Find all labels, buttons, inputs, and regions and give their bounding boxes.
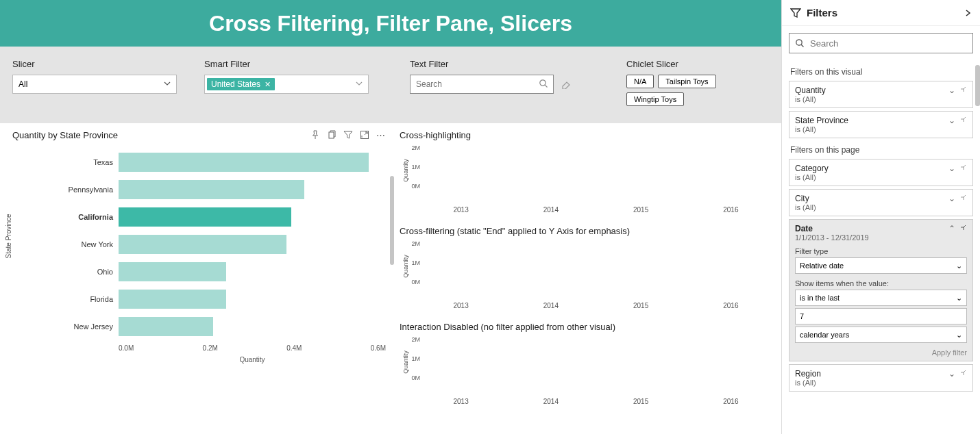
bar[interactable] [119, 317, 213, 336]
category-label: Florida [12, 295, 119, 303]
smart-filter-label: Smart Filter [204, 59, 369, 69]
bar[interactable] [119, 290, 226, 309]
filter-card-region[interactable]: Region is (All) ⌄ [789, 364, 973, 392]
filter-card-quantity[interactable]: Quantity is (All) ⌄ [789, 81, 973, 108]
category-label: Texas [12, 158, 119, 166]
filters-pane: Filters Filters on this visual Quantity … [781, 0, 980, 434]
bar[interactable] [119, 153, 369, 172]
remove-chip-icon[interactable]: ✕ [265, 80, 271, 89]
text-filter-input[interactable] [410, 75, 554, 94]
chart-title: Cross-filtering (static "End" applied to… [400, 226, 769, 236]
eraser-icon[interactable] [561, 79, 572, 89]
report-title: Cross Filtering, Filter Pane, Slicers [209, 11, 572, 36]
category-label: Pennsylvania [12, 186, 119, 194]
filter-card-state-province[interactable]: State Province is (All) ⌄ [789, 111, 973, 138]
slicer-dropdown[interactable]: All [12, 75, 177, 94]
tick-label: 2015 [603, 206, 679, 214]
filter-card-date[interactable]: Date 1/1/2013 - 12/31/2019 ⌃ Filter type… [789, 219, 973, 361]
tick-label: 2015 [603, 302, 679, 309]
main-chart-visual[interactable]: Quantity by State Province ⋯ State Provi… [12, 130, 386, 434]
cross-filtering-visual[interactable]: Cross-filtering (static "End" applied to… [400, 226, 769, 309]
filter-card-city[interactable]: City is (All) ⌄ [789, 189, 973, 216]
section-filters-on-visual: Filters on this visual [790, 67, 972, 77]
svg-point-4 [796, 40, 802, 45]
tick-label: 0.4M [286, 344, 302, 352]
svg-rect-2 [329, 132, 334, 138]
cross-highlighting-visual[interactable]: Cross-highlighting Quantity2M1M0M2013201… [400, 130, 769, 214]
clear-filter-icon[interactable] [959, 369, 967, 379]
main-chart-title: Quantity by State Province [12, 130, 118, 140]
tick-label: 2013 [423, 206, 499, 214]
unit-select[interactable]: calendar years⌄ [795, 327, 967, 343]
filter-pane-icon [790, 8, 801, 18]
chevron-up-icon[interactable]: ⌃ [948, 224, 955, 233]
smart-filter-chip[interactable]: United States ✕ [207, 78, 275, 90]
y-axis-title: Quantity [402, 350, 409, 374]
x-axis-title: Quantity [119, 356, 386, 363]
bar[interactable] [119, 207, 291, 227]
filter-card-category[interactable]: Category is (All) ⌄ [789, 159, 973, 186]
filters-pane-title: Filters [807, 7, 958, 18]
interaction-disabled-visual[interactable]: Interaction Disabled (no filter applied … [400, 322, 769, 405]
slicer-label: Slicer [12, 59, 177, 69]
pane-scrollbar[interactable] [975, 65, 980, 106]
chevron-down-icon[interactable]: ⌄ [948, 369, 955, 379]
clear-filter-icon[interactable] [959, 224, 967, 233]
filters-search[interactable] [789, 33, 973, 53]
slicer-value: All [19, 79, 27, 89]
category-label: New York [12, 240, 119, 248]
chevron-down-icon: ⌄ [956, 261, 962, 270]
tick-label: 0.6M [371, 344, 386, 352]
report-header: Cross Filtering, Filter Pane, Slicers [0, 0, 781, 47]
chart-title: Cross-highlighting [400, 130, 769, 140]
search-icon[interactable] [539, 79, 548, 88]
tick-label: 2013 [423, 398, 499, 405]
focus-icon[interactable] [360, 130, 369, 140]
more-icon[interactable]: ⋯ [376, 130, 386, 140]
pin-icon[interactable] [310, 130, 320, 140]
condition-number-input[interactable] [795, 308, 967, 324]
category-label: California [12, 213, 119, 221]
tick-label: 2013 [423, 302, 499, 309]
chiclet-n-a[interactable]: N/A [626, 75, 654, 88]
chiclet-slicer-label: Chiclet Slicer [626, 59, 770, 69]
chart-scrollbar[interactable] [390, 176, 394, 265]
y-axis-title: Quantity [402, 255, 409, 278]
chevron-down-icon[interactable]: ⌄ [948, 194, 955, 203]
filters-search-input[interactable] [810, 38, 967, 49]
tick-label: 2016 [693, 206, 769, 214]
tick-label: 0.0M [119, 344, 134, 352]
svg-line-1 [545, 85, 547, 87]
condition-select[interactable]: is in the last⌄ [795, 290, 967, 306]
chevron-down-icon[interactable]: ⌄ [948, 86, 955, 95]
clear-filter-icon[interactable] [959, 116, 967, 125]
filter-type-select[interactable]: Relative date⌄ [795, 257, 967, 274]
bar[interactable] [119, 180, 304, 199]
chiclet-wingtip-toys[interactable]: Wingtip Toys [626, 92, 684, 106]
category-label: Ohio [12, 268, 119, 276]
chiclet-tailspin-toys[interactable]: Tailspin Toys [658, 75, 715, 88]
bar[interactable] [119, 262, 226, 281]
filter-icon[interactable] [343, 130, 353, 140]
chart-title: Interaction Disabled (no filter applied … [400, 322, 769, 332]
tick-label: 2016 [693, 398, 769, 405]
chevron-down-icon[interactable]: ⌄ [948, 116, 955, 125]
chevron-down-icon[interactable]: ⌄ [948, 164, 955, 173]
tick-label: 2014 [513, 206, 589, 214]
collapse-pane-icon[interactable] [964, 9, 972, 17]
tick-label: 2015 [603, 398, 679, 405]
tick-label: 0.2M [203, 344, 218, 352]
chevron-down-icon: ⌄ [956, 331, 962, 340]
tick-label: 2016 [693, 302, 769, 309]
clear-filter-icon[interactable] [959, 194, 967, 203]
y-axis-title: State Province [5, 214, 12, 258]
svg-point-0 [540, 80, 546, 86]
chevron-down-icon [164, 80, 171, 87]
apply-filter-link[interactable]: Apply filter [795, 348, 967, 357]
smart-filter-select[interactable]: United States ✕ [204, 75, 369, 94]
clear-filter-icon[interactable] [959, 164, 967, 173]
copy-icon[interactable] [327, 130, 336, 140]
tick-label: 2014 [513, 302, 589, 309]
bar[interactable] [119, 235, 286, 254]
clear-filter-icon[interactable] [959, 86, 967, 95]
